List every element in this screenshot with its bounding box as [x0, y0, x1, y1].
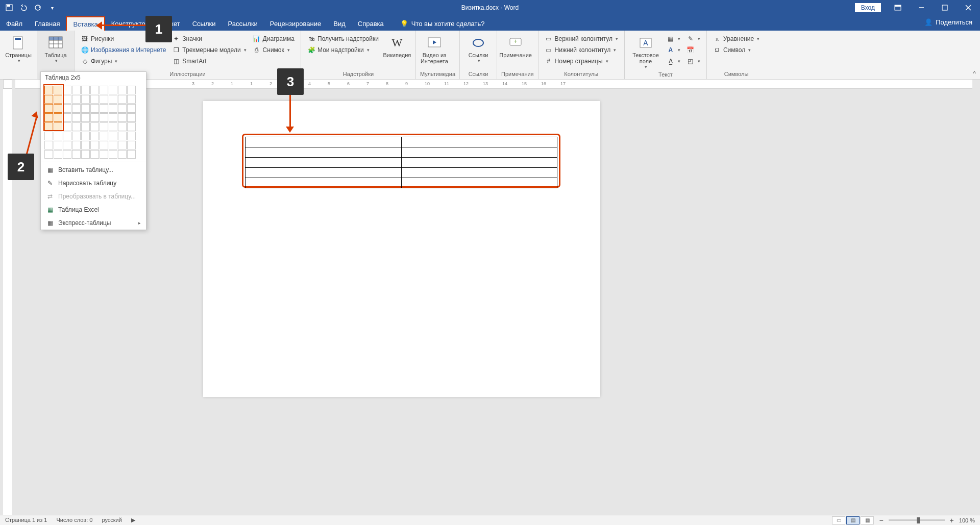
table-grid-cell[interactable] — [44, 141, 53, 149]
table-grid-cell[interactable] — [118, 95, 127, 104]
web-layout-icon[interactable]: ▦ — [861, 516, 874, 524]
get-addins-button[interactable]: 🛍Получить надстройки — [305, 34, 381, 44]
table-grid-cell[interactable] — [44, 113, 53, 122]
wikipedia-button[interactable]: W Википедия — [383, 34, 411, 59]
login-button[interactable]: Вход — [855, 3, 881, 12]
table-grid-cell[interactable] — [109, 113, 117, 122]
table-grid-cell[interactable] — [109, 104, 117, 113]
table-row[interactable] — [246, 178, 557, 188]
ribbon-display-icon[interactable] — [886, 0, 910, 15]
table-grid-cell[interactable] — [81, 104, 90, 113]
zoom-slider[interactable] — [889, 519, 945, 521]
table-grid-cell[interactable] — [127, 86, 136, 94]
online-video-button[interactable]: Видео из Интернета — [420, 34, 449, 65]
table-grid-cell[interactable] — [118, 104, 127, 113]
vertical-ruler[interactable] — [3, 89, 12, 515]
table-grid-cell[interactable] — [72, 132, 81, 140]
table-button[interactable]: Таблица▾ — [41, 34, 70, 64]
table-grid-cell[interactable] — [100, 141, 108, 149]
text-misc1-button[interactable]: ▦▾ — [665, 34, 682, 44]
shapes-button[interactable]: ◇Фигуры▾ — [79, 56, 168, 66]
insert-table-menuitem[interactable]: ▦Вставить таблицу... — [41, 163, 146, 177]
table-grid-cell[interactable] — [72, 86, 81, 94]
table-grid-cell[interactable] — [63, 95, 71, 104]
table-grid-cell[interactable] — [109, 95, 117, 104]
table-row[interactable] — [246, 158, 557, 168]
table-grid-cell[interactable] — [81, 150, 90, 159]
text-misc6-button[interactable]: ◰▾ — [684, 56, 702, 66]
status-language[interactable]: русский — [102, 517, 121, 523]
table-grid-cell[interactable] — [63, 132, 71, 140]
text-misc2-button[interactable]: A▾ — [665, 45, 682, 55]
table-grid-cell[interactable] — [54, 95, 62, 104]
table-grid-cell[interactable] — [118, 122, 127, 131]
table-grid-cell[interactable] — [118, 150, 127, 159]
close-icon[interactable] — [957, 0, 980, 15]
footer-button[interactable]: ▭Нижний колонтитул▾ — [543, 45, 620, 55]
table-grid-cell[interactable] — [109, 122, 117, 131]
excel-table-menuitem[interactable]: ▦Таблица Excel — [41, 203, 146, 216]
screenshot-button[interactable]: ⎙Снимок▾ — [251, 45, 297, 55]
table-grid-cell[interactable] — [72, 141, 81, 149]
table-grid-cell[interactable] — [127, 141, 136, 149]
table-grid-cell[interactable] — [63, 113, 71, 122]
table-grid-cell[interactable] — [90, 104, 99, 113]
equation-button[interactable]: πУравнение▾ — [711, 34, 762, 44]
table-grid-cell[interactable] — [90, 132, 99, 140]
table-grid-cell[interactable] — [72, 104, 81, 113]
chart-button[interactable]: 📊Диаграмма — [251, 34, 297, 44]
table-grid-cell[interactable] — [118, 141, 127, 149]
tab-home[interactable]: Главная — [29, 17, 66, 31]
read-mode-icon[interactable]: ▭ — [832, 516, 845, 524]
tell-me-search[interactable]: 💡 Что вы хотите сделать? — [400, 17, 485, 31]
table-grid-cell[interactable] — [63, 122, 71, 131]
save-icon[interactable] — [5, 4, 13, 12]
zoom-level[interactable]: 100 % — [959, 517, 975, 523]
status-wordcount[interactable]: Число слов: 0 — [56, 517, 92, 523]
table-grid-cell[interactable] — [44, 86, 53, 94]
table-grid-cell[interactable] — [44, 104, 53, 113]
table-grid-cell[interactable] — [54, 141, 62, 149]
table-grid-cell[interactable] — [90, 122, 99, 131]
print-layout-icon[interactable]: ▤ — [846, 516, 860, 524]
zoom-out-button[interactable]: − — [879, 516, 883, 524]
table-grid-cell[interactable] — [54, 113, 62, 122]
table-grid-cell[interactable] — [118, 132, 127, 140]
text-misc3-button[interactable]: A̲▾ — [665, 56, 682, 66]
table-grid-cell[interactable] — [109, 86, 117, 94]
table-grid-cell[interactable] — [118, 86, 127, 94]
table-grid-cell[interactable] — [109, 132, 117, 140]
table-grid-cell[interactable] — [100, 113, 108, 122]
pages-button[interactable]: Страницы▾ — [4, 34, 33, 64]
tab-file[interactable]: Файл — [0, 17, 29, 31]
draw-table-menuitem[interactable]: ✎Нарисовать таблицу — [41, 177, 146, 190]
table-grid-cell[interactable] — [127, 113, 136, 122]
my-addins-button[interactable]: 🧩Мои надстройки▾ — [305, 45, 381, 55]
table-grid-cell[interactable] — [81, 95, 90, 104]
table-row[interactable] — [246, 137, 557, 147]
table-grid-cell[interactable] — [54, 86, 62, 94]
3d-models-button[interactable]: ❒Трехмерные модели▾ — [170, 45, 248, 55]
table-grid-cell[interactable] — [81, 141, 90, 149]
table-grid-cell[interactable] — [90, 150, 99, 159]
table-grid-cell[interactable] — [127, 132, 136, 140]
table-grid-cell[interactable] — [100, 95, 108, 104]
table-grid-cell[interactable] — [54, 104, 62, 113]
customize-qat-icon[interactable]: ▾ — [48, 4, 56, 12]
online-images-button[interactable]: 🌐Изображения в Интернете — [79, 45, 168, 55]
table-grid-cell[interactable] — [100, 150, 108, 159]
inserted-table[interactable] — [245, 137, 557, 188]
table-grid-cell[interactable] — [90, 95, 99, 104]
table-grid-cell[interactable] — [127, 122, 136, 131]
table-grid-cell[interactable] — [100, 104, 108, 113]
tab-references[interactable]: Ссылки — [186, 17, 222, 31]
tab-help[interactable]: Справка — [352, 17, 390, 31]
table-grid-cell[interactable] — [127, 95, 136, 104]
table-row[interactable] — [246, 168, 557, 178]
table-grid-cell[interactable] — [109, 150, 117, 159]
status-page[interactable]: Страница 1 из 1 — [5, 517, 47, 523]
collapse-ribbon-icon[interactable]: ^ — [973, 70, 976, 77]
icons-button[interactable]: ✦Значки — [170, 34, 248, 44]
textbox-button[interactable]: A Текстовое поле▾ — [629, 34, 663, 70]
table-grid-cell[interactable] — [100, 86, 108, 94]
